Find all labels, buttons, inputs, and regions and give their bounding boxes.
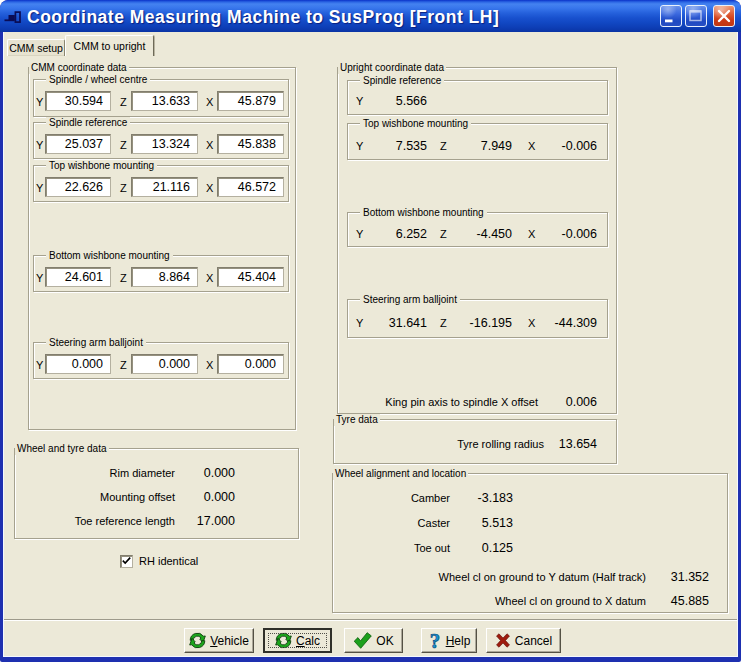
group-label: Wheel alignment and location [333, 468, 468, 480]
rim-diameter-value: 0.000 [175, 466, 235, 480]
rim-diameter-label: Rim diameter [40, 467, 175, 479]
half-track-value: 31.352 [648, 570, 709, 584]
refresh-icon [275, 632, 292, 649]
axis-label-z: Z [120, 96, 130, 108]
tyre-rolling-radius-value: 13.654 [537, 437, 597, 451]
question-icon: ? [428, 632, 442, 650]
rh-identical-checkbox[interactable] [120, 555, 133, 568]
help-button-label: Help [446, 634, 471, 648]
input-steering-arm-x[interactable] [217, 354, 284, 374]
toe-out-label: Toe out [350, 542, 450, 554]
group-label: Bottom wishbone mounting [46, 250, 173, 262]
input-spindle-wheel-centre-y[interactable] [45, 91, 111, 111]
help-button[interactable]: ? Help [421, 628, 477, 653]
axis-label-x: X [528, 228, 538, 240]
cancel-button-label: Cancel [515, 634, 552, 648]
input-spindle-reference-z[interactable] [131, 134, 198, 154]
input-bottom-wishbone-x[interactable] [217, 267, 284, 287]
mounting-offset-value: 0.000 [175, 490, 235, 504]
vehicle-button[interactable]: Vehicle [184, 628, 254, 653]
axis-label-y: Y [356, 228, 366, 240]
upright-top-wishbone-x: -0.006 [547, 139, 597, 153]
tab-cmm-to-upright[interactable]: CMM to upright [65, 35, 154, 56]
upright-spindle-reference-y: 5.566 [377, 94, 427, 108]
minimize-button[interactable] [660, 5, 682, 27]
input-steering-arm-z[interactable] [131, 354, 198, 374]
camber-value: -3.183 [453, 491, 513, 505]
input-bottom-wishbone-z[interactable] [131, 267, 198, 287]
upright-bottom-wishbone-y: 6.252 [377, 227, 427, 241]
minimize-icon [661, 6, 681, 26]
checkmark-icon [121, 556, 132, 567]
close-button[interactable] [713, 5, 735, 27]
axis-label-x: X [528, 140, 538, 152]
ok-button-label: OK [376, 634, 393, 648]
axis-label-x: X [528, 317, 538, 329]
axis-label-z: Z [120, 359, 130, 371]
refresh-icon [189, 632, 206, 649]
separator-line [4, 619, 737, 621]
upright-top-wishbone-y: 7.535 [377, 139, 427, 153]
input-top-wishbone-y[interactable] [45, 177, 111, 197]
title-bar[interactable]: Coordinate Measuring Machine to SusProg … [0, 0, 741, 32]
toe-out-value: 0.125 [453, 541, 513, 555]
group-label: Tyre data [334, 414, 380, 426]
kingpin-offset-value: 0.006 [537, 395, 597, 409]
axis-label-x: X [206, 182, 216, 194]
group-label: Top wishbone mounting [46, 160, 157, 172]
mounting-offset-label: Mounting offset [40, 491, 175, 503]
axis-label-y: Y [356, 317, 366, 329]
axis-label-z: Z [440, 317, 450, 329]
upright-bottom-wishbone-x: -0.006 [547, 227, 597, 241]
button-label-post: ehicle [217, 634, 248, 648]
rh-identical-label: RH identical [139, 555, 198, 567]
axis-label-z: Z [440, 228, 450, 240]
cancel-button[interactable]: Cancel [486, 628, 561, 653]
maximize-button[interactable] [685, 5, 707, 27]
group-label: Wheel and tyre data [15, 443, 109, 455]
group-label: Steering arm balljoint [46, 337, 146, 349]
input-spindle-reference-y[interactable] [45, 134, 111, 154]
upright-bottom-wishbone-z: -4.450 [462, 227, 512, 241]
caster-label: Caster [350, 517, 450, 529]
app-icon [4, 7, 22, 23]
input-top-wishbone-z[interactable] [131, 177, 198, 197]
half-track-label: Wheel cl on ground to Y datum (Half trac… [380, 571, 646, 583]
tab-cmm-setup[interactable]: CMM setup [7, 39, 65, 56]
axis-label-x: X [206, 96, 216, 108]
button-label-post: alc [305, 634, 320, 648]
group-label: Spindle reference [360, 75, 444, 87]
upright-steering-arm-z: -16.195 [462, 316, 512, 330]
input-steering-arm-y[interactable] [45, 354, 111, 374]
axis-label-y: Y [356, 95, 366, 107]
input-spindle-wheel-centre-x[interactable] [217, 91, 284, 111]
button-label-accelerator: C [296, 634, 305, 648]
ok-button[interactable]: OK [344, 628, 403, 653]
dialog-window: Coordinate Measuring Machine to SusProg … [0, 0, 741, 662]
group-label: CMM coordinate data [29, 62, 129, 74]
input-top-wishbone-x[interactable] [217, 177, 284, 197]
axis-label-z: Z [440, 140, 450, 152]
axis-label-x: X [206, 359, 216, 371]
axis-label-x: X [206, 272, 216, 284]
kingpin-offset-label: King pin axis to spindle X offset [330, 396, 538, 408]
calc-button[interactable]: Calc [263, 628, 332, 653]
axis-label-y: Y [356, 140, 366, 152]
button-label-pre: Cancel [515, 634, 552, 648]
input-bottom-wishbone-y[interactable] [45, 267, 111, 287]
question-mark-glyph: ? [429, 632, 440, 650]
calc-button-label: Calc [296, 634, 320, 648]
axis-label-z: Z [120, 272, 130, 284]
vehicle-button-label: Vehicle [210, 634, 249, 648]
input-spindle-wheel-centre-z[interactable] [131, 91, 198, 111]
check-icon [353, 632, 372, 649]
input-spindle-reference-x[interactable] [217, 134, 284, 154]
axis-label-z: Z [120, 139, 130, 151]
axis-label-z: Z [120, 182, 130, 194]
axis-label-x: X [206, 139, 216, 151]
group-label: Top wishbone mounting [360, 118, 471, 130]
upright-steering-arm-y: 31.641 [377, 316, 427, 330]
group-label: Upright coordinate data [338, 62, 446, 74]
cross-icon [495, 633, 511, 648]
toe-reference-length-label: Toe reference length [40, 515, 175, 527]
